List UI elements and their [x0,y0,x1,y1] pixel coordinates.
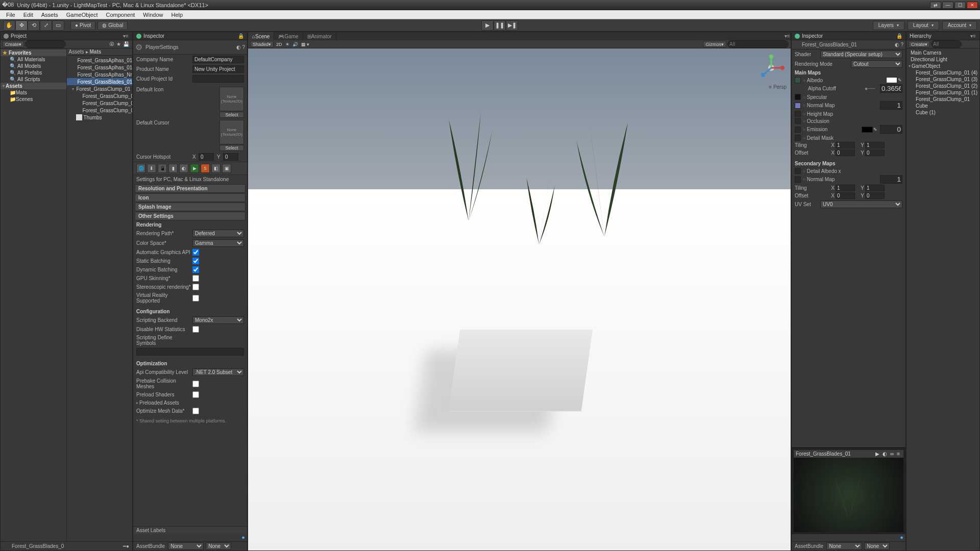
alpha-cutoff-input[interactable] [880,84,902,93]
stereo-checkbox[interactable] [192,284,199,290]
disable-hw-checkbox[interactable] [192,326,199,333]
shader-select[interactable]: Standard (Specular setup) [820,51,902,58]
platform-download[interactable]: ⬇ [147,164,156,173]
platform-standalone[interactable]: ▶ [190,164,199,173]
default-icon-slot[interactable]: None (Texture2D) [219,87,244,111]
api-compat-select[interactable]: .NET 2.0 Subset [192,368,244,376]
favorite-item[interactable]: 🔍All Materials [1,56,66,63]
preview-menu-icon[interactable]: ≡ [897,451,900,457]
detail-albedo-slot[interactable] [795,168,801,174]
tag-icon[interactable]: ● [900,534,903,540]
move-tool[interactable]: ✥ [15,20,28,31]
prebake-checkbox[interactable] [192,381,199,387]
asset-item-selected[interactable]: Forest_GrassBlades_01 [67,78,133,85]
fx-toggle[interactable]: ▦ ▾ [300,41,311,47]
specular-slot[interactable] [795,94,801,100]
gizmos-dropdown[interactable]: Gizmos ▾ [703,41,726,47]
normal-slot[interactable] [795,103,801,109]
inspector-tab[interactable]: Inspector🔒 ▾≡ [792,32,905,40]
light-toggle[interactable]: ☀ [284,41,291,47]
project-folder-tree[interactable]: ★Favorites 🔍All Materials 🔍All Models 🔍A… [1,48,67,541]
save-search-icon[interactable]: 💾 [123,41,129,47]
scene-viewport[interactable]: ≡ Persp [248,48,791,550]
uvset-select[interactable]: UV0 [820,201,902,208]
hotspot-x-input[interactable] [199,153,214,161]
preview-light-icon[interactable]: ◐ [883,451,887,457]
height-slot[interactable] [795,111,801,117]
account-dropdown[interactable]: Account [942,21,977,30]
hotspot-y-input[interactable] [223,153,238,161]
hierarchy-search-input[interactable] [931,40,962,48]
hierarchy-item[interactable]: Cube [906,103,979,109]
hierarchy-item[interactable]: Directional Light [906,56,979,63]
preview-play-icon[interactable]: ▶ [875,451,879,457]
favorite-item[interactable]: 🔍All Models [1,63,66,69]
menu-edit[interactable]: Edit [19,12,37,18]
static-batch-checkbox[interactable] [192,258,199,264]
shaded-dropdown[interactable]: Shaded ▾ [250,41,274,47]
emission-value-input[interactable] [880,125,902,134]
emission-color[interactable] [862,127,873,133]
scripting-backend-select[interactable]: Mono2x [192,316,244,324]
menu-help[interactable]: Help [167,12,187,18]
animator-tab[interactable]: ⊞ Animator [303,32,336,40]
product-name-input[interactable] [192,65,244,73]
hierarchy-item[interactable]: Main Camera [906,49,979,56]
layout-dropdown[interactable]: Layout [908,21,939,30]
hierarchy-item[interactable]: Cube (1) [906,109,979,116]
panel-menu-icon[interactable]: ▾≡ [785,33,791,39]
auto-gfx-checkbox[interactable] [192,249,199,256]
hierarchy-item[interactable]: GameObject [906,63,979,69]
pivot-toggle[interactable]: ●Pivot [70,21,95,30]
menu-window[interactable]: Window [139,12,167,18]
project-file-list[interactable]: Assets ▸ Mats Forest_GrassAplhas_01_Dif … [67,48,133,541]
swap-button[interactable]: ⇄ [930,2,941,9]
scene-tab[interactable]: ⌂ Scene [248,32,274,40]
occlusion-slot[interactable] [795,118,801,124]
albedo-slot[interactable] [795,77,801,83]
minimize-button[interactable]: — [942,2,953,9]
detailmask-slot[interactable] [795,135,801,141]
hierarchy-tree[interactable]: Main Camera Directional Light GameObject… [906,48,979,550]
tag-icon[interactable]: ● [241,534,245,540]
sec-normal-slot[interactable] [795,177,801,183]
platform-mobile[interactable]: 📱 [158,164,167,173]
asset-item[interactable]: Forest_GrassAplhas_Nrm [67,71,133,78]
asset-item[interactable]: Thumbs [67,114,133,121]
assetbundle-variant-select[interactable]: None [864,542,890,550]
company-name-input[interactable] [192,56,244,63]
hierarchy-item[interactable]: Forest_GrassClump_01 (2) [906,83,979,89]
pause-button[interactable]: ❚❚ [494,20,506,31]
menu-gameobject[interactable]: GameObject [62,12,102,18]
splash-section[interactable]: Splash Image [135,203,246,211]
projection-label[interactable]: ≡ Persp [769,84,787,90]
audio-toggle[interactable]: 🔊 [291,41,300,47]
platform-tv[interactable]: ◐ [179,164,188,173]
default-cursor-slot[interactable]: None (Texture2D) [219,120,244,144]
asset-item[interactable]: Forest_GrassClump_01 [67,99,133,107]
scale-tool[interactable]: ⤢ [40,20,52,31]
asset-item[interactable]: Forest_GrassAplhas_01_Spc [67,64,133,71]
icon-section[interactable]: Icon [135,193,246,202]
scene-search-input[interactable] [727,40,789,48]
game-tab[interactable]: 🎮 Game [274,32,303,40]
global-toggle[interactable]: ◍Global [97,21,128,30]
close-button[interactable]: ✕ [967,2,978,9]
offset-x-input[interactable] [836,149,855,156]
menu-component[interactable]: Component [102,12,139,18]
platform-html5[interactable]: 5 [201,164,210,173]
assetbundle-select[interactable]: None [168,542,204,550]
gpu-skin-checkbox[interactable] [192,275,199,282]
eyedropper-icon[interactable]: ✎ [873,127,878,133]
slider-icon[interactable]: ━● [123,543,129,549]
panel-menu-icon[interactable]: ▾≡ [123,33,129,39]
select-icon-button[interactable]: Select [219,112,244,118]
rotate-tool[interactable]: ⟲ [28,20,40,31]
hierarchy-item[interactable]: Forest_GrassClump_01 [906,96,979,103]
play-button[interactable]: ▶ [481,20,494,31]
assets-header[interactable]: Assets [1,83,66,89]
rendering-path-select[interactable]: Deferred [192,230,244,237]
help-icon[interactable]: ◐ ? [895,42,903,47]
2d-toggle[interactable]: 2D [275,41,284,47]
material-preview[interactable] [794,458,903,532]
